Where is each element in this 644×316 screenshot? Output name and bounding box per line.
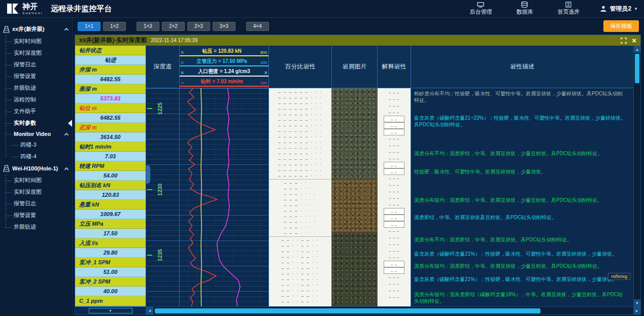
sidebar-item-realtime-time-chart-1[interactable]: 实时时间图 — [0, 36, 72, 47]
legend-min: 0 — [181, 71, 183, 75]
nav-label: 后台管理 — [469, 8, 492, 16]
bottom-scroll-row: ▾ ◄ ► — [75, 306, 640, 314]
lithology-symbol-row: – – — [384, 162, 404, 168]
depth-value: 1225 — [157, 102, 163, 115]
sidebar-item-realtime-time-chart-2[interactable]: 实时时间图 — [0, 174, 72, 186]
curve-钻压 — [201, 88, 201, 306]
horizontal-scroll-thumb[interactable] — [155, 308, 540, 313]
lithology-symbol-row: – – – — [378, 149, 411, 155]
param-value: 5373.83 — [75, 94, 146, 103]
nav-backend-management[interactable]: 后台管理 — [469, 2, 492, 16]
vertical-scroll-thumb[interactable] — [635, 54, 639, 83]
lithology-symbol-row: – – – — [378, 294, 411, 300]
scroll-left-icon[interactable]: ◄ — [146, 307, 153, 314]
section-divider — [269, 179, 331, 180]
lithology-description: 富含灰质（碳酸钙含量21~23%）：性较硬，吸水性、可塑性中等。岩屑呈块状，少量… — [414, 115, 627, 128]
sidebar-item-well-trajectory-1[interactable]: 井眼轨迹 — [0, 82, 72, 94]
params-collapse-handle[interactable] — [146, 165, 150, 184]
item-label: 实时深度图 — [14, 189, 42, 195]
lithology-symbol-row: – – – · · · · — [269, 186, 331, 191]
vertical-scrollbar[interactable]: ▲ ▼ — [633, 46, 640, 306]
lithology-description: 泥质分布不均：泥质胶结，中等。岩屑呈块状。具PDC钻头切削特征。 — [414, 236, 627, 243]
layout-button-4x4[interactable]: 4×4 — [246, 22, 269, 31]
lithology-symbol-row: – – – · · · · — [269, 219, 331, 225]
panel-timestamp: 2022-11-14 17:05:39 — [151, 38, 197, 43]
layout-button-1x2[interactable]: 1×2 — [103, 22, 126, 31]
layout-button-3x3[interactable]: 3×3 — [213, 22, 235, 31]
param-label: 泵冲_1 SPM — [75, 258, 146, 267]
save-template-button[interactable]: 保存模板 — [603, 20, 639, 32]
sidebar-item-realtime-params-1[interactable]: 实时参数 — [0, 117, 72, 129]
sidebar-item-remote-control-1[interactable]: 远程控制 — [0, 94, 72, 106]
lithology-description: 富含灰质（碳酸钙含量21%）：性较硬，吸水性、可塑性中等。岩屑呈碎块状，少量块状… — [414, 276, 627, 283]
sidebar-item-alarm-log-2[interactable]: 报警日志 — [0, 198, 72, 209]
lithology-symbol-row: – – — [384, 116, 404, 122]
nav-database[interactable]: 数据库 — [516, 2, 533, 16]
lithology-symbol-row: – – — [384, 129, 404, 135]
sidebar-item-alarm-settings-1[interactable]: 报警设置 — [0, 71, 72, 82]
lithology-symbol-row: – – – · · · · — [269, 180, 331, 186]
layout-button-1x3[interactable]: 1×3 — [137, 22, 159, 31]
lithology-symbol-row: – – — [384, 215, 404, 221]
sidebar-item-file-assistant-1[interactable]: 文件助手 — [0, 106, 72, 117]
horizontal-scrollbar[interactable]: ◄ ► — [146, 307, 640, 314]
param-value: 6482.55 — [75, 75, 146, 84]
lithology-symbol-row: – – – · · · · — [269, 214, 331, 219]
item-label: 实时时间图 — [14, 177, 42, 183]
sidebar-subgroup-monitor-video[interactable]: Monitor Video — [0, 129, 72, 139]
lithology-symbol-row: – – – – – – · · · — [269, 123, 331, 128]
lithology-symbol-row: – – – · · · · — [269, 197, 331, 202]
sidebar-group-xx-well[interactable]: xx井(新井眼) — [0, 23, 72, 36]
sidebar-item-realtime-depth-chart-1[interactable]: 实时深度图 — [0, 47, 72, 59]
param-value: 51.00 — [75, 267, 146, 277]
param-label: 钻井状态 — [75, 46, 146, 55]
layout-button-1x1[interactable]: 1×1 — [78, 22, 100, 31]
scroll-right-icon[interactable]: ► — [633, 307, 640, 314]
user-icon — [600, 5, 607, 12]
section-divider — [269, 236, 331, 237]
nav-home-well-select[interactable]: 首页选井 — [557, 2, 580, 16]
brand-name-cn: 神开 — [22, 2, 38, 11]
item-label: 井眼轨迹 — [14, 224, 36, 230]
sidebar-item-alarm-settings-2[interactable]: 报警设置 — [0, 209, 72, 221]
app-header: 神开 SHENKAI 远程录井监控平台 后台管理 数据库 — [0, 0, 644, 18]
sidebar-item-well-trajectory-2[interactable]: 井眼轨迹 — [0, 221, 72, 233]
sidebar-group-wei-h100[interactable]: Wei-H100(Hole-1) — [0, 162, 72, 174]
lithology-symbol-row: – – – — [378, 195, 411, 201]
layout-button-2x3[interactable]: 2×3 — [187, 22, 210, 31]
curve-钻时 — [188, 88, 217, 306]
item-label: 实时深度图 — [14, 50, 42, 56]
param-value: 钻进 — [75, 55, 146, 65]
cuttings-photo-2 — [332, 180, 377, 232]
sidebar-item-alarm-log-1[interactable]: 报警日志 — [0, 59, 72, 71]
lithology-symbol-row: – – – – – – · · · — [269, 95, 331, 100]
scroll-up-icon[interactable]: ▲ — [634, 46, 640, 53]
item-label: 报警设置 — [14, 212, 36, 218]
lithology-symbol-row: – – · · – – · · — [269, 254, 331, 260]
param-label: 转速 RPM — [75, 161, 146, 171]
item-label: 四楼-3 — [20, 142, 37, 148]
lithology-symbol-row: – – – — [378, 228, 411, 234]
user-menu[interactable]: 管理员2 ▼ — [600, 5, 638, 13]
brand-name-en: SHENKAI — [22, 12, 43, 15]
lithology-symbol-row: – – · · – – · · — [269, 288, 331, 293]
params-scroll-down-button[interactable]: ▾ — [89, 308, 132, 313]
vertical-scroll-track[interactable] — [634, 83, 640, 299]
fullscreen-icon[interactable] — [621, 38, 627, 44]
tree-items-well1: 实时时间图 实时深度图 报警日志 报警设置 井眼轨迹 远程控制 文件助手 实时参… — [0, 36, 72, 162]
lithology-symbol-row: – – — [384, 221, 404, 228]
sidebar-item-realtime-depth-chart-2[interactable]: 实时深度图 — [0, 186, 72, 198]
close-icon[interactable]: × — [632, 37, 636, 44]
tick-mark — [147, 189, 152, 190]
depth-value: 1235 — [157, 249, 163, 261]
scroll-down-icon[interactable]: ▼ — [634, 299, 640, 306]
lithology-symbol-row: – – · · – – · · — [269, 276, 331, 282]
lithology-description: 泥质胶结，中等。岩屑呈块状及豆粒状。具PDC钻头切削特征。 — [414, 214, 627, 221]
sidebar-tree: xx井(新井眼) 实时时间图 实时深度图 报警日志 报警设置 井眼轨迹 远程控制… — [0, 18, 73, 316]
sidebar-item-floor4-4[interactable]: 四楼-4 — [0, 151, 72, 162]
sidebar-item-floor4-3[interactable]: 四楼-3 — [0, 139, 72, 151]
param-value: 54.00 — [75, 171, 146, 181]
layout-button-2x2[interactable]: 2×2 — [162, 22, 185, 31]
lithology-symbol-row: – – · · – – · · — [269, 299, 331, 304]
lithology-symbol-row: – – – – – – · · · — [269, 128, 331, 134]
